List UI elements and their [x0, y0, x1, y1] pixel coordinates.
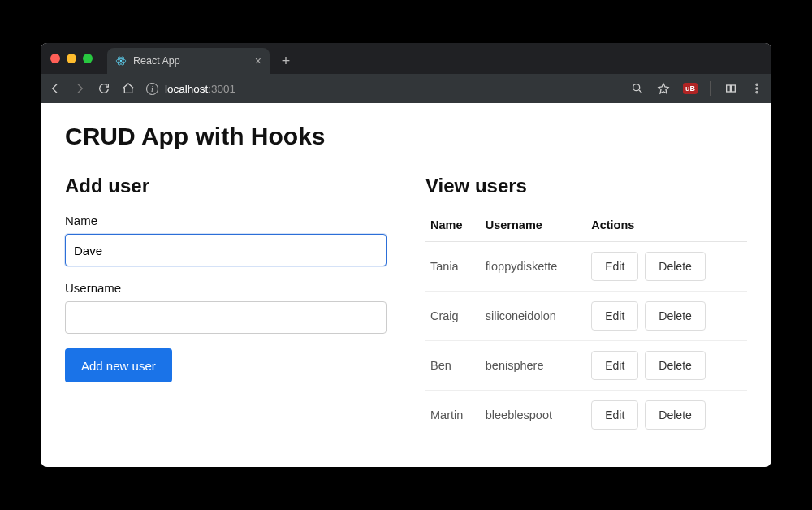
minimize-window-icon[interactable]	[67, 54, 76, 63]
extension-badge[interactable]: uB	[683, 83, 698, 94]
back-icon[interactable]	[49, 82, 62, 95]
name-input[interactable]	[65, 234, 387, 266]
new-tab-button[interactable]: +	[274, 50, 297, 72]
svg-line-5	[639, 90, 641, 93]
add-user-heading: Add user	[65, 175, 387, 197]
cell-name: Tania	[425, 242, 481, 292]
table-row: MartinbleeblespootEditDelete	[425, 391, 747, 440]
edit-button[interactable]: Edit	[591, 351, 638, 380]
delete-button[interactable]: Delete	[645, 351, 705, 380]
cell-actions: EditDelete	[586, 341, 747, 391]
table-row: BenbenisphereEditDelete	[425, 341, 747, 391]
svg-rect-8	[732, 85, 736, 92]
browser-window: React App × + i localhost:3001 uB CRUD A…	[41, 43, 771, 467]
col-actions: Actions	[586, 214, 747, 242]
cell-actions: EditDelete	[586, 391, 747, 440]
view-users-heading: View users	[425, 175, 747, 197]
svg-point-9	[756, 84, 758, 85]
svg-point-10	[756, 88, 758, 89]
react-favicon-icon	[115, 55, 127, 67]
toolbar-separator	[710, 81, 711, 96]
username-label: Username	[65, 281, 387, 295]
users-table: Name Username Actions Taniafloppydiskett…	[425, 214, 747, 439]
view-users-panel: View users Name Username Actions Taniafl…	[425, 175, 747, 439]
username-input[interactable]	[65, 301, 387, 334]
tab-title: React App	[133, 55, 248, 67]
col-username: Username	[481, 214, 586, 242]
cell-name: Martin	[425, 391, 481, 440]
cell-name: Ben	[425, 341, 481, 391]
name-label: Name	[65, 214, 387, 227]
edit-button[interactable]: Edit	[591, 301, 638, 331]
svg-point-4	[633, 84, 640, 91]
tab-bar: React App × +	[41, 43, 771, 74]
window-controls	[50, 43, 107, 74]
page-content: CRUD App with Hooks Add user Name Userna…	[41, 103, 771, 467]
edit-button[interactable]: Edit	[591, 252, 638, 281]
address-bar[interactable]: i localhost:3001	[146, 83, 620, 95]
svg-point-11	[756, 92, 758, 93]
media-control-icon[interactable]	[724, 82, 737, 95]
add-user-button[interactable]: Add new user	[65, 348, 172, 382]
url-port: :3001	[208, 83, 235, 95]
forward-icon[interactable]	[73, 82, 86, 95]
maximize-window-icon[interactable]	[83, 54, 93, 63]
add-user-panel: Add user Name Username Add new user	[65, 175, 387, 439]
url-host: localhost	[165, 83, 208, 95]
toolbar-right: uB	[631, 81, 763, 96]
svg-rect-7	[727, 85, 731, 92]
cell-username: floppydiskette	[481, 242, 586, 292]
tab-react-app[interactable]: React App ×	[107, 48, 270, 74]
close-window-icon[interactable]	[50, 54, 60, 63]
edit-button[interactable]: Edit	[591, 400, 638, 430]
cell-username: benisphere	[481, 341, 586, 391]
svg-marker-6	[659, 84, 668, 93]
home-icon[interactable]	[122, 82, 135, 95]
menu-dots-icon[interactable]	[750, 82, 763, 95]
delete-button[interactable]: Delete	[645, 301, 705, 331]
table-row: TaniafloppydisketteEditDelete	[425, 242, 747, 292]
cell-username: siliconeidolon	[481, 292, 586, 341]
cell-actions: EditDelete	[586, 242, 747, 292]
browser-toolbar: i localhost:3001 uB	[41, 74, 771, 103]
site-info-icon[interactable]: i	[146, 83, 158, 95]
delete-button[interactable]: Delete	[645, 252, 705, 281]
table-row: CraigsiliconeidolonEditDelete	[425, 292, 747, 341]
reload-icon[interactable]	[97, 82, 110, 95]
svg-point-0	[120, 60, 122, 62]
col-name: Name	[425, 214, 481, 242]
delete-button[interactable]: Delete	[645, 400, 705, 430]
bookmark-star-icon[interactable]	[657, 82, 670, 95]
cell-username: bleeblespoot	[481, 391, 586, 440]
cell-actions: EditDelete	[586, 292, 747, 341]
close-tab-icon[interactable]: ×	[255, 55, 261, 67]
cell-name: Craig	[425, 292, 481, 341]
zoom-icon[interactable]	[631, 82, 644, 95]
page-title: CRUD App with Hooks	[65, 123, 747, 150]
